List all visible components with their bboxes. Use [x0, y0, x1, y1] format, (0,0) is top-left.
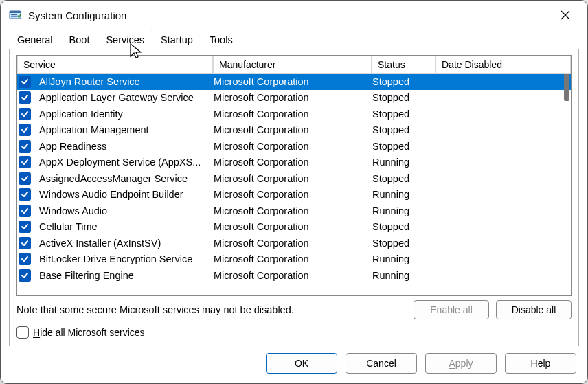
service-row[interactable]: AssignedAccessManager ServiceMicrosoft C… [17, 170, 571, 187]
svg-rect-1 [10, 11, 21, 13]
apply-button[interactable]: Apply [425, 353, 497, 374]
disable-all-button[interactable]: Disable all [496, 300, 572, 319]
service-status: Stopped [368, 109, 432, 120]
service-checkbox[interactable] [19, 108, 31, 120]
service-manufacturer: Microsoft Corporation [210, 141, 368, 152]
column-status[interactable]: Status [372, 56, 436, 74]
cancel-button[interactable]: Cancel [346, 353, 417, 374]
service-status: Stopped [368, 221, 432, 232]
service-name: ActiveX Installer (AxInstSV) [35, 238, 210, 249]
services-list[interactable]: Service Manufacturer Status Date Disable… [16, 55, 572, 296]
scrollbar[interactable] [560, 74, 571, 295]
service-manufacturer: Microsoft Corporation [210, 253, 368, 264]
tab-startup[interactable]: Startup [152, 30, 201, 49]
service-name: BitLocker Drive Encryption Service [35, 253, 210, 264]
service-checkbox[interactable] [19, 205, 31, 217]
close-button[interactable] [552, 5, 579, 25]
tabs: GeneralBootServicesStartupTools [1, 30, 587, 49]
svg-rect-3 [11, 16, 17, 17]
service-row[interactable]: AppX Deployment Service (AppXS...Microso… [17, 155, 571, 171]
service-row[interactable]: Windows Audio Endpoint BuilderMicrosoft … [17, 187, 571, 203]
service-name: AssignedAccessManager Service [35, 173, 210, 184]
service-manufacturer: Microsoft Corporation [210, 124, 368, 135]
service-status: Running [368, 253, 432, 264]
service-checkbox[interactable] [19, 269, 31, 282]
service-status: Running [368, 205, 432, 216]
service-row[interactable]: BitLocker Drive Encryption ServiceMicros… [17, 251, 571, 268]
service-manufacturer: Microsoft Corporation [210, 270, 368, 281]
service-manufacturer: Microsoft Corporation [210, 238, 368, 249]
ok-button[interactable]: OK [266, 353, 337, 374]
hide-ms-row: Hide all Microsoft services [16, 326, 572, 339]
service-row[interactable]: Application Layer Gateway ServiceMicroso… [17, 90, 571, 106]
service-name: App Readiness [35, 141, 210, 152]
tab-general[interactable]: General [9, 30, 61, 49]
service-row[interactable]: App ReadinessMicrosoft CorporationStoppe… [17, 138, 571, 155]
scrollbar-thumb[interactable] [564, 74, 569, 101]
column-date-disabled[interactable]: Date Disabled [436, 56, 571, 74]
service-manufacturer: Microsoft Corporation [210, 109, 368, 120]
service-name: Application Management [35, 124, 210, 135]
dialog-buttons: OK Cancel Apply Help [1, 353, 587, 383]
service-name: Base Filtering Engine [35, 270, 210, 281]
column-service[interactable]: Service [17, 56, 213, 74]
service-row[interactable]: ActiveX Installer (AxInstSV)Microsoft Co… [17, 235, 571, 251]
service-status: Stopped [368, 173, 432, 184]
secure-services-note: Note that some secure Microsoft services… [16, 304, 294, 315]
service-manufacturer: Microsoft Corporation [210, 189, 368, 200]
service-status: Running [368, 157, 432, 168]
service-manufacturer: Microsoft Corporation [210, 157, 368, 168]
service-checkbox[interactable] [19, 172, 31, 185]
service-row[interactable]: Application IdentityMicrosoft Corporatio… [17, 106, 571, 122]
service-name: AllJoyn Router Service [35, 76, 210, 87]
tab-boot[interactable]: Boot [61, 30, 98, 49]
service-status: Running [368, 189, 432, 200]
window-title: System Configuration [28, 10, 552, 21]
tab-tools[interactable]: Tools [201, 30, 241, 49]
system-configuration-window: System Configuration GeneralBootServices… [0, 0, 588, 384]
service-checkbox[interactable] [19, 237, 31, 249]
service-status: Stopped [368, 141, 432, 152]
tab-services[interactable]: Services [98, 30, 152, 49]
service-checkbox[interactable] [19, 253, 31, 265]
hide-ms-checkbox[interactable] [16, 326, 29, 339]
service-row[interactable]: Application ManagementMicrosoft Corporat… [17, 122, 571, 139]
help-button[interactable]: Help [505, 353, 576, 374]
service-manufacturer: Microsoft Corporation [210, 76, 368, 87]
service-row[interactable]: Windows AudioMicrosoft CorporationRunnin… [17, 203, 571, 219]
service-status: Running [368, 270, 432, 281]
service-manufacturer: Microsoft Corporation [210, 221, 368, 232]
close-icon [561, 10, 570, 20]
service-manufacturer: Microsoft Corporation [210, 92, 368, 103]
service-checkbox[interactable] [19, 124, 31, 136]
column-headers: Service Manufacturer Status Date Disable… [17, 56, 571, 74]
service-name: AppX Deployment Service (AppXS... [35, 157, 210, 168]
titlebar: System Configuration [1, 1, 587, 30]
service-checkbox[interactable] [19, 140, 31, 153]
service-checkbox[interactable] [19, 91, 31, 104]
service-name: Windows Audio Endpoint Builder [35, 189, 210, 200]
column-manufacturer[interactable]: Manufacturer [213, 56, 372, 74]
service-row[interactable]: Cellular TimeMicrosoft CorporationStoppe… [17, 219, 571, 236]
service-name: Cellular Time [35, 221, 210, 232]
service-checkbox[interactable] [19, 76, 31, 88]
service-status: Stopped [368, 76, 432, 87]
svg-rect-2 [11, 14, 17, 15]
service-row[interactable]: AllJoyn Router ServiceMicrosoft Corporat… [17, 74, 571, 90]
service-checkbox[interactable] [19, 188, 31, 201]
service-checkbox[interactable] [19, 156, 31, 168]
app-icon [9, 9, 21, 21]
service-manufacturer: Microsoft Corporation [210, 205, 368, 216]
service-name: Windows Audio [35, 205, 210, 216]
service-status: Stopped [368, 124, 432, 135]
service-checkbox[interactable] [19, 221, 31, 233]
services-panel: Service Manufacturer Status Date Disable… [9, 49, 579, 346]
service-status: Stopped [368, 92, 432, 103]
enable-all-button[interactable]: Enable all [414, 300, 489, 319]
service-name: Application Layer Gateway Service [35, 92, 210, 103]
service-status: Stopped [368, 238, 432, 249]
service-row[interactable]: Base Filtering EngineMicrosoft Corporati… [17, 267, 571, 284]
hide-ms-label[interactable]: Hide all Microsoft services [33, 327, 145, 338]
service-name: Application Identity [35, 109, 210, 120]
note-row: Note that some secure Microsoft services… [16, 300, 572, 319]
